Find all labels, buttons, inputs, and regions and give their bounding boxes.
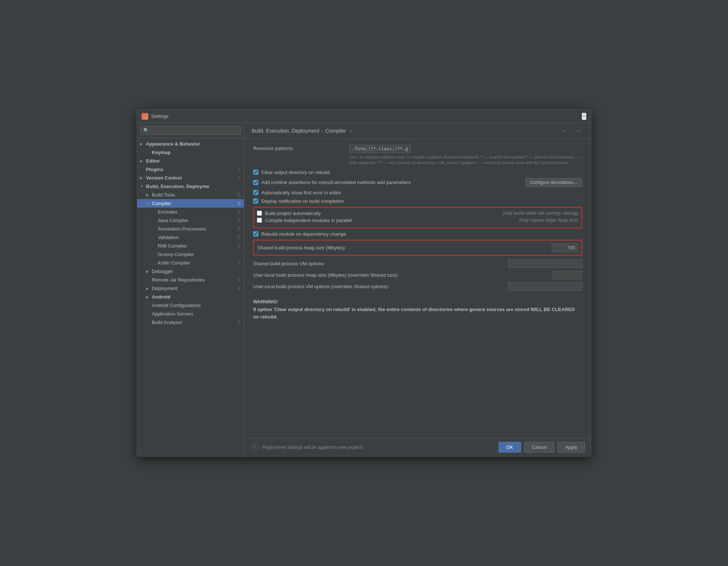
arrow-icon: ▶: [146, 295, 152, 299]
rebuild-module-row: Rebuild module on dependency change: [253, 231, 582, 237]
breadcrumb-separator: ›: [322, 128, 323, 134]
dialog-body: ▶ Appearance & Behavior Keymap ▶ Editor …: [137, 123, 591, 456]
apply-button[interactable]: Apply: [557, 442, 585, 453]
rebuild-module-label: Rebuild module on dependency change: [261, 231, 346, 237]
sidebar-item-version-control[interactable]: ▶ Version Control ☰: [137, 174, 244, 182]
sidebar-item-build-analyzer[interactable]: Build Analyzer ☰: [137, 318, 244, 327]
warning-title: WARNING!: [253, 298, 582, 306]
sidebar-item-build-exec-deploy[interactable]: ▼ Build, Execution, Deployme: [137, 182, 244, 191]
app-icon: [142, 113, 148, 120]
sidebar-item-rmi-compiler[interactable]: RMI Compiler ☰: [137, 242, 244, 250]
clear-output-label: Clear output directory on rebuild: [261, 170, 330, 175]
main-content: Build, Execution, Deployment › Compiler …: [244, 123, 591, 456]
runtime-assertions-row: Add runtime assertions for notnull-annot…: [253, 178, 582, 187]
user-vm-options-label: User-local build process VM options (ove…: [253, 284, 508, 289]
title-bar: Settings ×: [137, 110, 591, 123]
sidebar-item-deployment[interactable]: ▶ Deployment ☰: [137, 284, 244, 293]
content-area: Resource patterns: Use ; to separate pat…: [244, 139, 591, 438]
build-auto-row: Build project automatically (only works …: [257, 211, 578, 216]
settings-icon: ☰: [237, 277, 241, 282]
show-first-error-checkbox[interactable]: [253, 190, 258, 195]
resource-patterns-label: Resource patterns:: [253, 145, 349, 151]
sidebar-item-plugins[interactable]: Plugins ☰: [137, 165, 244, 174]
ok-button[interactable]: OK: [499, 442, 521, 453]
search-bar: [137, 123, 244, 138]
compile-parallel-row: Compile independent modules in parallel …: [257, 218, 578, 223]
settings-icon: ☰: [237, 201, 241, 206]
settings-icon: ☰: [237, 243, 241, 248]
clear-output-checkbox[interactable]: [253, 170, 258, 175]
help-button[interactable]: ?: [250, 443, 258, 451]
configure-annotations-button[interactable]: Configure annotations...: [525, 178, 582, 187]
warning-body: If option 'Clear output directory on reb…: [253, 306, 582, 321]
sidebar-item-label: Appearance & Behavior: [146, 141, 200, 147]
settings-icon: ☰: [237, 235, 241, 240]
user-vm-options-input[interactable]: [508, 282, 582, 291]
resource-patterns-container: Use ; to separate patterns and ! to nega…: [349, 145, 582, 166]
sidebar-item-build-tools[interactable]: ▶ Build Tools ☰: [137, 191, 244, 199]
heap-size-label: Shared build process heap size (Mbytes):: [258, 245, 552, 250]
sidebar-item-label: Groovy Compiler: [158, 252, 194, 257]
rebuild-module-checkbox[interactable]: [253, 231, 258, 236]
sidebar-item-label: Build Analyzer: [152, 320, 182, 325]
arrow-icon: ▶: [146, 286, 152, 290]
sidebar-tree: ▶ Appearance & Behavior Keymap ▶ Editor …: [137, 138, 244, 456]
compile-parallel-note: (may require larger heap size): [519, 218, 578, 223]
settings-icon: ☰: [237, 167, 241, 172]
sidebar-item-application-servers[interactable]: Application Servers: [137, 310, 244, 318]
sidebar-item-label: Android Configurations: [152, 303, 201, 308]
sidebar-item-remote-jar[interactable]: Remote Jar Repositories ☰: [137, 276, 244, 284]
arrow-icon: ▶: [146, 193, 152, 197]
sidebar-item-label: Build Tools: [152, 192, 175, 198]
heap-size-input[interactable]: [552, 243, 578, 252]
sidebar-item-label: Debugger: [152, 269, 173, 274]
sidebar-item-debugger[interactable]: ▶ Debugger: [137, 267, 244, 276]
sidebar-item-android-configs[interactable]: Android Configurations: [137, 301, 244, 310]
sidebar-item-keymap[interactable]: Keymap: [137, 148, 244, 157]
sidebar-item-editor[interactable]: ▶ Editor: [137, 157, 244, 165]
search-input[interactable]: [140, 126, 241, 135]
sidebar-item-annotation-processors[interactable]: Annotation Processors ☰: [137, 225, 244, 233]
show-first-error-label: Automatically show first error in editor: [261, 190, 341, 195]
sidebar-item-validation[interactable]: Validation ☰: [137, 233, 244, 242]
sidebar-item-label: Plugins: [146, 167, 163, 172]
settings-icon: ☰: [237, 209, 241, 214]
arrow-icon: ▶: [140, 159, 146, 163]
sidebar-item-appearance[interactable]: ▶ Appearance & Behavior: [137, 140, 244, 148]
notification-build-checkbox[interactable]: [253, 198, 258, 204]
build-auto-checkbox[interactable]: [257, 211, 262, 216]
arrow-icon: ▼: [140, 184, 146, 188]
resource-patterns-row: Resource patterns: Use ; to separate pat…: [253, 145, 582, 166]
build-auto-note: (only works while not running / debugg: [503, 211, 578, 216]
user-heap-input[interactable]: [552, 271, 582, 279]
sidebar-item-excludes[interactable]: Excludes ☰: [137, 208, 244, 216]
user-vm-options-row: User-local build process VM options (ove…: [253, 282, 582, 291]
dialog-title: Settings: [151, 113, 169, 119]
sidebar-item-kotlin-compiler[interactable]: Kotlin Compiler ☰: [137, 259, 244, 267]
settings-icon: ☰: [237, 286, 241, 291]
sidebar-item-groovy-compiler[interactable]: Groovy Compiler: [137, 250, 244, 259]
close-button[interactable]: ×: [582, 113, 586, 120]
sidebar-item-label: Deployment: [152, 286, 177, 291]
settings-icon: ☰: [237, 192, 241, 197]
compile-parallel-checkbox[interactable]: [257, 218, 262, 223]
arrow-icon: ▶: [140, 142, 146, 146]
sidebar-item-label: Editor: [146, 158, 160, 164]
nav-back-button[interactable]: ←: [560, 127, 570, 135]
resource-patterns-input[interactable]: [349, 145, 411, 153]
breadcrumb: Build, Execution, Deployment › Compiler …: [244, 123, 591, 139]
settings-icon: ☰: [237, 320, 241, 325]
sidebar-item-compiler[interactable]: ▼ Compiler ☰: [137, 199, 244, 208]
sidebar-item-java-compiler[interactable]: Java Compiler ☰: [137, 216, 244, 225]
sidebar-item-label: Remote Jar Repositories: [152, 277, 205, 283]
sidebar-item-label: Kotlin Compiler: [158, 260, 190, 266]
sidebar-item-label: Validation: [158, 235, 178, 240]
nav-forward-button[interactable]: →: [573, 127, 584, 135]
shared-vm-options-input[interactable]: [508, 259, 582, 268]
arrow-icon: ▶: [146, 269, 152, 273]
runtime-assertions-checkbox[interactable]: [253, 180, 258, 185]
sidebar-item-android[interactable]: ▶ Android: [137, 293, 244, 301]
cancel-button[interactable]: Cancel: [524, 442, 554, 453]
show-first-error-row: Automatically show first error in editor: [253, 190, 582, 195]
settings-icon: ☰: [237, 175, 241, 180]
